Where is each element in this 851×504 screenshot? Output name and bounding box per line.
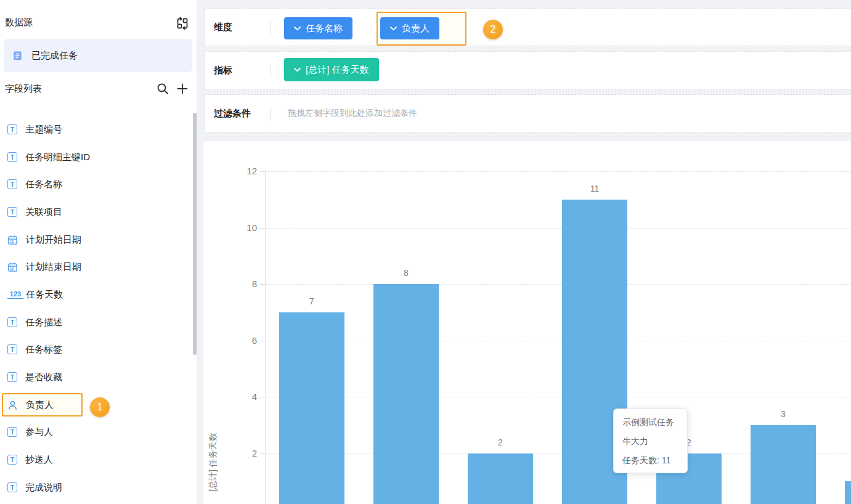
field-item[interactable]: T任务标签 <box>0 340 185 359</box>
text-field-icon: T <box>7 372 17 382</box>
bar[interactable] <box>751 425 816 504</box>
gridline <box>265 397 851 397</box>
datasource-section-title: 数据源 <box>5 17 33 28</box>
chevron-down-icon <box>294 26 301 31</box>
field-item-label: 任务描述 <box>25 317 62 328</box>
tooltip-value: 任务天数: 11 <box>622 451 687 470</box>
tooltip-series: 牛大力 <box>622 432 687 451</box>
field-item-label: 负责人 <box>26 399 54 411</box>
tick-mark <box>260 453 266 454</box>
field-item[interactable]: T是否收藏 <box>0 368 185 386</box>
sidebar-scrollbar[interactable] <box>193 113 197 355</box>
bar[interactable] <box>279 312 344 504</box>
text-field-icon: T <box>7 455 17 465</box>
tick-mark <box>260 397 266 397</box>
bar-value-label: 8 <box>388 268 425 278</box>
field-list-title: 字段列表 <box>5 83 42 95</box>
bar[interactable] <box>845 481 851 504</box>
dimension-chip-task-name[interactable]: 任务名称 <box>284 17 352 39</box>
bar[interactable] <box>468 453 533 504</box>
add-field-icon[interactable] <box>176 82 189 96</box>
y-axis-title: [总计] 任务天数 <box>208 425 219 499</box>
metric-chip-task-days[interactable]: [总计] 任务天数 <box>284 58 379 81</box>
y-tick-label: 12 <box>231 166 257 176</box>
field-item-label: 是否收藏 <box>25 372 62 383</box>
y-axis-line <box>265 171 266 504</box>
chevron-down-icon <box>390 26 397 31</box>
datasource-name: 已完成任务 <box>31 50 78 62</box>
dimension-label: 维度 <box>214 9 232 46</box>
divider <box>271 64 271 78</box>
bar-value-label: 3 <box>765 409 802 419</box>
field-item[interactable]: T参与人 <box>0 423 185 441</box>
step-badge-2: 2 <box>483 20 503 39</box>
field-item[interactable]: T主题编号 <box>0 120 185 139</box>
step-badge-1: 1 <box>90 397 110 417</box>
field-item[interactable]: T任务描述 <box>0 313 185 331</box>
field-item[interactable]: 计划结束日期 <box>0 258 185 276</box>
field-item-label: 任务天数 <box>26 289 63 301</box>
filter-row: 过滤条件 拖拽左侧字段到此处添加过滤条件 <box>205 94 851 132</box>
switch-datasource-icon[interactable] <box>175 16 190 31</box>
field-item-label: 抄送人 <box>25 454 53 466</box>
gridline <box>265 228 851 229</box>
chart-tooltip: 示例测试任务 牛大力 任务天数: 11 <box>613 408 688 473</box>
text-field-icon: T <box>7 344 17 354</box>
divider <box>271 21 271 35</box>
gridline <box>265 341 851 341</box>
calendar-icon <box>7 262 18 272</box>
field-item-label: 计划开始日期 <box>26 234 81 246</box>
field-item[interactable]: T关联项目 <box>0 203 185 221</box>
bi-report-editor: 数据源 已完成任务 字段列表 <box>0 0 851 504</box>
dimension-row: 维度 任务名称 负责人 2 <box>205 8 851 46</box>
text-field-icon: T <box>7 482 17 492</box>
bar[interactable] <box>373 284 439 504</box>
field-item-label: 任务标签 <box>25 344 62 356</box>
y-tick-label: 4 <box>231 391 257 402</box>
gridline <box>265 284 851 285</box>
field-item-label: 参与人 <box>25 426 53 438</box>
field-item[interactable]: T抄送人 <box>0 450 185 469</box>
y-tick-label: 6 <box>231 335 257 346</box>
metric-label: 指标 <box>214 52 232 89</box>
text-field-icon: T <box>7 152 17 162</box>
field-item-label: 任务明细主键ID <box>25 152 90 163</box>
y-tick-label: 10 <box>231 222 257 233</box>
filter-dropzone-placeholder[interactable]: 拖拽左侧字段到此处添加过滤条件 <box>288 95 417 132</box>
sidebar: 数据源 已完成任务 字段列表 <box>0 0 197 504</box>
field-item[interactable]: T完成说明 <box>0 478 185 497</box>
text-field-icon: T <box>7 179 17 189</box>
field-item-label: 完成说明 <box>25 482 62 494</box>
number-123-icon: 123 <box>7 290 23 299</box>
search-icon[interactable] <box>156 82 169 96</box>
field-item[interactable]: T任务名称 <box>0 175 185 193</box>
divider <box>270 107 271 121</box>
bar-value-label: 7 <box>293 296 330 306</box>
dimension-chip-owner[interactable]: 负责人 <box>380 17 439 39</box>
chip-label: [总计] 任务天数 <box>306 64 369 76</box>
metric-row: 指标 [总计] 任务天数 <box>205 51 851 89</box>
tooltip-category: 示例测试任务 <box>622 413 687 432</box>
datasource-item[interactable]: 已完成任务 <box>4 39 192 72</box>
field-item[interactable]: 计划开始日期 <box>0 230 185 249</box>
bar-value-label: 2 <box>482 437 519 447</box>
text-field-icon: T <box>7 207 17 217</box>
text-field-icon: T <box>7 124 17 134</box>
field-item[interactable]: T任务明细主键ID <box>0 148 185 166</box>
field-item-label: 关联项目 <box>25 206 62 218</box>
person-icon <box>7 400 18 410</box>
chip-label: 负责人 <box>402 23 430 35</box>
y-tick-label: 8 <box>231 278 257 289</box>
y-tick-label: 2 <box>231 448 257 458</box>
text-field-icon: T <box>7 427 17 437</box>
field-item[interactable]: 123任务天数 <box>0 285 185 304</box>
calendar-icon <box>7 235 18 245</box>
document-icon <box>12 51 23 61</box>
tick-mark <box>260 341 266 341</box>
chevron-down-icon <box>294 68 301 72</box>
tick-mark <box>260 284 266 285</box>
tick-mark <box>260 228 266 229</box>
field-item-label: 主题编号 <box>25 124 62 136</box>
gridline <box>265 171 851 172</box>
field-item-label: 任务名称 <box>25 179 62 190</box>
